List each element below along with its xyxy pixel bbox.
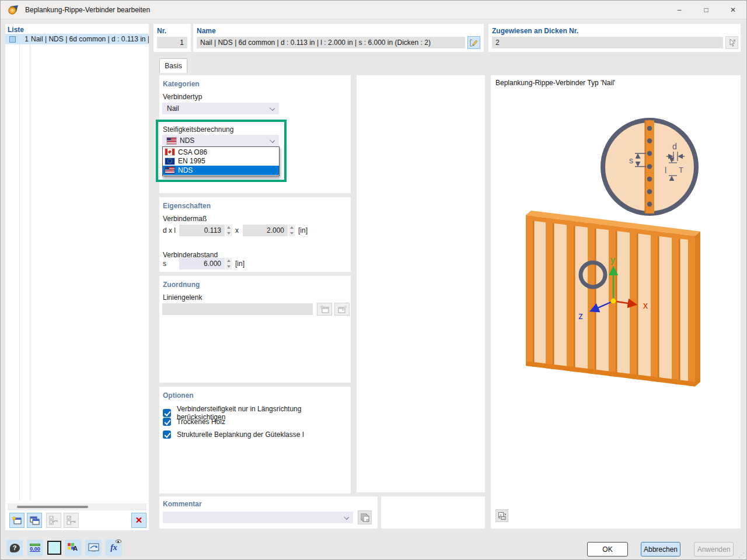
resize-grip[interactable]: ⋰ <box>738 551 745 559</box>
kommentar-combo[interactable] <box>163 512 353 523</box>
chevron-down-icon <box>344 514 349 520</box>
s-spinner[interactable] <box>225 258 232 270</box>
eigenschaften-panel: Eigenschaften Verbindermaß d x l 0.113 x… <box>159 197 351 272</box>
s-unit: [in] <box>235 260 245 268</box>
checkbox-row[interactable]: Strukturelle Beplankung der Güteklasse I <box>163 430 304 439</box>
dim-l-label: l <box>665 166 666 175</box>
kommentar-title: Kommentar <box>163 500 202 508</box>
minimize-button[interactable]: – <box>666 1 693 19</box>
title-bar: Beplankung-Rippe-Verbinder bearbeiten – … <box>1 1 746 19</box>
eu-flag-icon <box>165 158 174 164</box>
steifigkeit-label: Steifigkeitsberechnung <box>163 125 233 134</box>
units-settings-button[interactable]: 0,00 <box>27 540 43 556</box>
s-input[interactable]: 6.000 <box>179 258 225 270</box>
x-separator: x <box>235 226 239 235</box>
dim-s-label: s <box>629 156 633 165</box>
preview-panel: Beplankung-Rippe-Verbinder Typ 'Nail' <box>491 75 741 528</box>
display-properties-button[interactable]: A <box>65 540 81 556</box>
background-color-button[interactable] <box>47 541 61 555</box>
rendering-button[interactable] <box>85 540 102 556</box>
checkbox-checked-icon[interactable] <box>163 409 171 417</box>
chevron-down-icon <box>270 106 275 111</box>
edit-dialog-icon <box>337 305 347 314</box>
verbindermass-label: Verbindermaß <box>163 215 207 223</box>
nr-field: 1 <box>157 37 187 48</box>
tab-basis[interactable]: Basis <box>159 58 187 73</box>
pick-in-model-button <box>725 36 738 49</box>
d-input[interactable]: 0.113 <box>179 225 225 236</box>
preview-illustration: y x z <box>491 75 741 528</box>
monitor-icon <box>88 543 99 553</box>
checkbox-checked-icon[interactable] <box>163 418 171 426</box>
verbindertyp-label: Verbindertyp <box>163 93 202 101</box>
check-transfer-icon <box>66 516 76 525</box>
new-dialog-icon <box>320 305 330 314</box>
steifigkeit-dropdown-list: CSA O86 EN 1995 NDS <box>162 146 280 176</box>
horizontal-scrollbar[interactable] <box>8 503 146 510</box>
new-window-icon <box>12 516 22 525</box>
copy-window-icon <box>29 516 40 525</box>
maximize-button[interactable]: □ <box>693 1 720 19</box>
help-button[interactable]: ? <box>6 540 23 556</box>
toggle-view-icon <box>498 512 507 520</box>
l-spinner[interactable] <box>288 225 295 236</box>
liniengelenk-field <box>162 303 313 315</box>
nr-panel: Nr. 1 <box>153 24 191 52</box>
ok-button[interactable]: OK <box>587 542 628 556</box>
scrollbar-thumb[interactable] <box>17 506 88 508</box>
delete-item-button[interactable]: ✕ <box>131 513 146 528</box>
us-flag-icon <box>165 167 174 173</box>
rename-button[interactable] <box>467 36 480 49</box>
select-cursor-icon <box>728 38 736 47</box>
optionen-title: Optionen <box>163 391 194 400</box>
formula-visibility-button[interactable]: fx <box>106 540 122 556</box>
units-icon: 0,00 <box>30 544 40 552</box>
optionen-panel: Optionen Verbindersteifigkeit nur in Län… <box>159 387 351 494</box>
middle-bottom-panel <box>381 496 485 528</box>
verbindertyp-select[interactable]: Nail <box>162 103 279 114</box>
nr-label: Nr. <box>157 27 166 35</box>
s-label: s <box>163 260 166 268</box>
zuordnung-panel: Zuordnung Liniengelenk <box>159 276 351 383</box>
chevron-down-icon <box>270 138 275 143</box>
kategorien-title: Kategorien <box>163 80 200 88</box>
deselect-all-button <box>64 513 79 528</box>
checkbox-label: Strukturelle Beplankung der Güteklasse I <box>177 430 304 439</box>
dialog-title: Beplankung-Rippe-Verbinder bearbeiten <box>25 6 150 14</box>
d-spinner[interactable] <box>225 225 232 236</box>
name-field[interactable]: Nail | NDS | 6d common | d : 0.113 in | … <box>197 37 465 48</box>
checkbox-row[interactable]: Trockenes Holz <box>163 418 225 426</box>
copy-comment-button[interactable] <box>358 510 372 524</box>
assigned-label: Zugewiesen an Dicken Nr. <box>492 27 578 35</box>
assigned-panel: Zugewiesen an Dicken Nr. 2 <box>488 24 741 52</box>
copy-pages-icon <box>361 513 369 522</box>
cancel-button[interactable]: Abbrechen <box>641 542 680 556</box>
edit-liniengelenk-button <box>334 303 350 316</box>
copy-item-button[interactable] <box>27 513 42 528</box>
list-item[interactable]: 1 Nail | NDS | 6d common | d : 0.113 in … <box>5 34 149 44</box>
dropdown-option-csa[interactable]: CSA O86 <box>163 148 279 157</box>
list-panel: Liste 1 Nail | NDS | 6d common | d : 0.1… <box>5 24 149 530</box>
row-color-swatch <box>9 36 16 43</box>
row-text: Nail | NDS | 6d common | d : 0.113 in | … <box>29 35 149 43</box>
liniengelenk-label: Liniengelenk <box>163 293 202 302</box>
apply-button: Anwenden <box>694 542 734 556</box>
new-liniengelenk-button <box>317 303 332 316</box>
assigned-field: 2 <box>492 37 723 48</box>
check-all-icon <box>48 516 59 525</box>
steifigkeit-select[interactable]: NDS <box>162 135 279 146</box>
dim-d-label: d <box>672 142 677 151</box>
axis-x-label: x <box>643 300 648 310</box>
dropdown-option-nds[interactable]: NDS <box>163 166 279 175</box>
dropdown-option-en1995[interactable]: EN 1995 <box>163 157 279 166</box>
row-number: 1 <box>19 35 29 43</box>
l-input[interactable]: 2.000 <box>243 225 288 236</box>
toggle-preview-button[interactable] <box>495 509 508 522</box>
name-panel: Name Nail | NDS | 6d common | d : 0.113 … <box>193 24 484 52</box>
detail-circle: s d l T <box>603 116 696 218</box>
close-button[interactable]: ✕ <box>720 1 746 19</box>
axis-y-label: y <box>610 255 615 265</box>
checkbox-checked-icon[interactable] <box>163 430 171 439</box>
new-item-button[interactable] <box>9 513 25 528</box>
eigenschaften-title: Eigenschaften <box>163 202 211 210</box>
